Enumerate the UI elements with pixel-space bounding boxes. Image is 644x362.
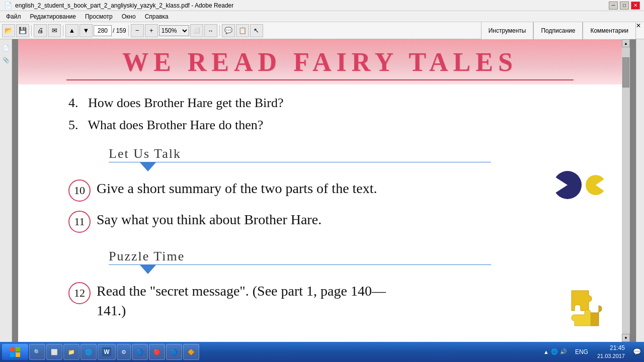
stamp-button[interactable]: 📋: [236, 24, 249, 37]
print-button[interactable]: 🖨: [34, 24, 47, 37]
scroll-up-button[interactable]: ▲: [622, 39, 630, 47]
open-button[interactable]: 📂: [2, 24, 15, 37]
taskbar-search[interactable]: 🔍: [29, 344, 45, 360]
tools-panel-button[interactable]: Инструменты: [481, 22, 534, 39]
taskbar-app-orange[interactable]: 🔶: [183, 344, 199, 360]
scrollbar[interactable]: ▲ ▼: [622, 39, 630, 342]
svg-rect-7: [16, 352, 20, 357]
start-button[interactable]: [2, 344, 28, 360]
content-area: 4. How does Brother Hare get the Bird? 5…: [18, 84, 622, 339]
page-number-input[interactable]: 280: [94, 25, 112, 36]
menu-view[interactable]: Просмотр: [81, 12, 117, 21]
window-controls[interactable]: ─ □ ✕: [609, 2, 640, 10]
taskbar-right: ▲ 🌐 🔊 ENG 21:45 21.03.2017 💬: [540, 344, 642, 359]
menu-bar: Файл Редактирование Просмотр Окно Справк…: [0, 11, 644, 22]
menu-file[interactable]: Файл: [2, 12, 25, 21]
close-button[interactable]: ✕: [631, 2, 640, 10]
main-container: 📄 📎 WE READ FAIRY TALES 4. How does Brot…: [0, 39, 644, 342]
puzzle-decoration: [567, 286, 607, 333]
puzzle-time-section: Puzzle Time: [109, 249, 185, 264]
separator: [63, 25, 63, 36]
title-underline: [66, 79, 574, 80]
exercise-12-text: Read the "secret message". (See part 1, …: [97, 281, 386, 320]
page-header: WE READ FAIRY TALES: [18, 39, 622, 84]
separator: [31, 25, 32, 36]
scroll-down-button[interactable]: ▼: [622, 334, 630, 342]
zoom-select[interactable]: 150% 100% 75%: [159, 25, 189, 36]
taskbar-app-gear[interactable]: ⚙: [117, 344, 131, 360]
cursor-button[interactable]: ↖: [250, 24, 263, 37]
minimize-button[interactable]: ─: [609, 2, 618, 10]
fit-page-button[interactable]: ⬜: [190, 24, 203, 37]
notification-button[interactable]: 💬: [632, 347, 642, 357]
section2-arrow: [125, 264, 592, 276]
exercise-12-number: 12: [68, 282, 91, 304]
sign-panel-button[interactable]: Подписание: [533, 22, 583, 39]
question-4: 4. How does Brother Hare get the Bird?: [68, 93, 592, 114]
taskbar-app-blue2[interactable]: 🔵: [166, 344, 182, 360]
svg-rect-5: [16, 347, 20, 351]
exercise-10-text: Give a short summary of the two parts of…: [97, 178, 377, 198]
pacman-big-icon: [552, 170, 583, 200]
sidebar-pages-icon[interactable]: 📄: [2, 43, 11, 52]
comments-panel-button[interactable]: Комментарии: [583, 22, 636, 39]
right-sidebar: [636, 39, 644, 342]
menu-window[interactable]: Окно: [118, 12, 140, 21]
section2-label: Puzzle Time: [109, 249, 185, 264]
puzzle-icon: [567, 286, 607, 331]
page-separator: / 159: [113, 27, 126, 34]
tray-network-icon[interactable]: 🌐: [551, 348, 558, 355]
browser-icon: 🌐: [85, 349, 92, 355]
section1-label: Let Us Talk: [109, 146, 181, 161]
taskbar: 🔍 ⬜ 📁 🌐 W ⚙ 🔵 🔴 🔵 🔶 ▲ 🌐 🔊 ENG 2: [0, 342, 644, 362]
separator: [219, 25, 220, 36]
question-5: 5. What does Brother Hare do then?: [68, 115, 592, 136]
clock[interactable]: 21:45 21.03.2017: [593, 344, 629, 359]
fit-width-button[interactable]: ↔: [204, 24, 217, 37]
taskbar-app-blue1[interactable]: 🔵: [132, 344, 148, 360]
exercise-12: 12 Read the "secret message". (See part …: [68, 281, 592, 320]
next-page-button[interactable]: ▼: [79, 24, 93, 37]
taskbar-explorer[interactable]: 📁: [63, 344, 79, 360]
windows-logo-icon: [9, 346, 21, 358]
tray-icons: ▲ 🌐 🔊: [540, 348, 570, 355]
date-display: 21.03.2017: [597, 352, 625, 359]
scroll-thumb[interactable]: [622, 57, 629, 87]
pacman-small-icon: [585, 174, 607, 196]
app-blue1-icon: 🔵: [136, 349, 143, 355]
app-orange-icon: 🔶: [188, 349, 195, 355]
tray-volume-icon[interactable]: 🔊: [560, 348, 567, 355]
toolbar: 📂 💾 🖨 ✉ ▲ ▼ 280 / 159 − + 150% 100% 75% …: [0, 22, 644, 39]
taskbar-browser[interactable]: 🌐: [80, 344, 97, 360]
menu-help[interactable]: Справка: [141, 12, 173, 21]
left-sidebar: 📄 📎: [0, 39, 12, 342]
section1-underline: [109, 162, 491, 162]
lang-indicator[interactable]: ENG: [573, 348, 590, 355]
app-icon: 📄: [4, 2, 12, 9]
zoom-in-button[interactable]: +: [145, 24, 158, 37]
tray-up-icon[interactable]: ▲: [543, 349, 549, 355]
taskbar-app-red[interactable]: 🔴: [149, 344, 165, 360]
taskbar-taskview[interactable]: ⬜: [46, 344, 62, 360]
save-button[interactable]: 💾: [16, 24, 29, 37]
menu-edit[interactable]: Редактирование: [26, 12, 80, 21]
taskview-icon: ⬜: [51, 349, 58, 355]
word-icon: W: [102, 347, 111, 356]
comment-button[interactable]: 💬: [222, 24, 235, 37]
pacman-decoration: [552, 170, 607, 200]
taskbar-word[interactable]: W: [98, 344, 116, 360]
prev-page-button[interactable]: ▲: [65, 24, 78, 37]
window-title: english_2_student_s_book_part_2_angliysk…: [15, 2, 233, 9]
zoom-out-button[interactable]: −: [131, 24, 144, 37]
sidebar-attach-icon[interactable]: 📎: [2, 55, 11, 64]
let-us-talk-section: Let Us Talk: [109, 146, 181, 161]
exercise-11: 11 Say what you think about Brother Hare…: [68, 210, 592, 233]
email-button[interactable]: ✉: [48, 24, 61, 37]
maximize-button[interactable]: □: [620, 2, 629, 10]
page-title: WE READ FAIRY TALES: [122, 47, 518, 77]
question-5-text: 5. What does Brother Hare do then?: [68, 115, 592, 136]
title-bar: 📄 english_2_student_s_book_part_2_angliy…: [0, 0, 644, 11]
app-red-icon: 🔴: [153, 349, 160, 355]
gear-icon: ⚙: [121, 349, 126, 355]
section1-arrow: [125, 161, 592, 173]
